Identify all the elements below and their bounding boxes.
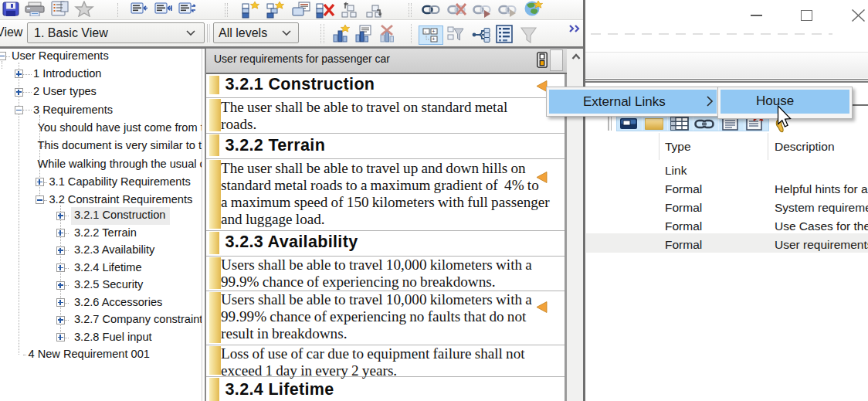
svg-text:+: + [432, 36, 436, 42]
svg-text:+: + [432, 28, 436, 35]
svg-text:-: - [425, 28, 427, 35]
